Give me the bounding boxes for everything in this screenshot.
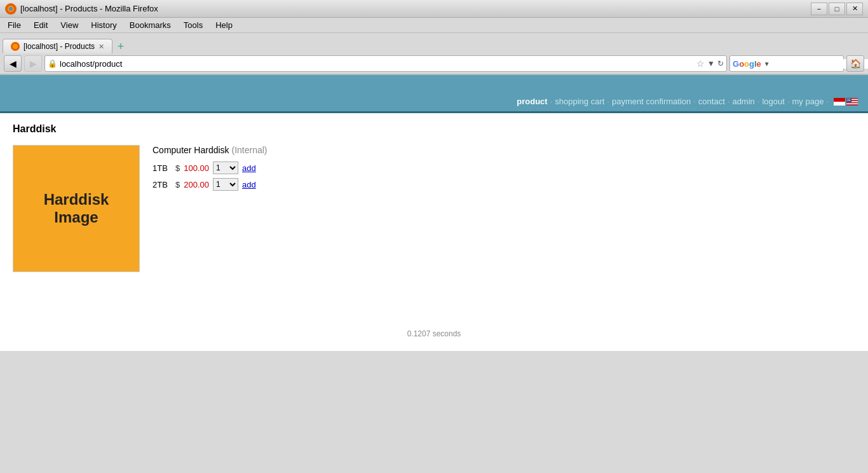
product-type-text: (Internal) (232, 145, 268, 155)
product-price-1tb: 100.00 (184, 163, 209, 173)
svg-rect-9 (846, 102, 858, 103)
flag-indonesia[interactable] (834, 98, 845, 106)
svg-point-17 (848, 99, 848, 100)
search-provider-dropdown[interactable]: ▼ (764, 60, 770, 67)
forward-button[interactable]: ▶ (24, 55, 42, 72)
menu-history[interactable]: History (86, 19, 121, 31)
titlebar-controls[interactable]: − □ ✕ (811, 3, 863, 15)
product-image: HarddiskImage (13, 145, 140, 272)
svg-point-19 (850, 99, 850, 100)
tab-products[interactable]: [localhost] - Products ✕ (3, 39, 112, 53)
menu-tools[interactable]: Tools (179, 19, 208, 31)
nav-link-product[interactable]: product (517, 97, 547, 106)
nav-link-payment-confirmation[interactable]: payment confirmation (612, 97, 691, 106)
nav-link-contact[interactable]: contact (698, 97, 725, 106)
product-name-text: Computer Harddisk (153, 145, 232, 155)
google-logo: Google (733, 59, 761, 69)
firefox-icon (5, 3, 17, 15)
menu-edit[interactable]: Edit (29, 19, 53, 31)
window-title: [localhost] - Products - Mozilla Firefox (20, 4, 158, 13)
tab-close-button[interactable]: ✕ (98, 43, 104, 51)
add-button-2tb[interactable]: add (242, 180, 256, 189)
nav-link-my-page[interactable]: my page (792, 97, 824, 106)
svg-point-14 (848, 98, 848, 99)
product-size-2tb: 2TB (153, 180, 172, 189)
svg-rect-11 (846, 104, 858, 106)
svg-point-4 (13, 44, 18, 49)
maximize-button[interactable]: □ (829, 3, 845, 15)
product-details: Computer Harddisk (Internal) 1TB $ 100.0… (153, 145, 268, 195)
product-qty-1tb[interactable]: 1 2 3 4 5 (213, 161, 238, 174)
product-row-2tb: 2TB $ 200.00 1 2 3 4 5 add (153, 178, 268, 191)
url-star-icon[interactable]: ☆ (696, 58, 705, 69)
section-title: Harddisk (13, 123, 855, 135)
url-dropdown-icon[interactable]: ▼ (707, 59, 715, 68)
titlebar: [localhost] - Products - Mozilla Firefox… (0, 0, 868, 18)
product-size-1tb: 1TB (153, 163, 172, 173)
product-currency-2tb: $ (175, 180, 180, 189)
url-input[interactable] (60, 59, 694, 69)
product-name: Computer Harddisk (Internal) (153, 145, 268, 155)
main-content: Harddisk HarddiskImage Computer Harddisk… (0, 113, 868, 317)
nav-link-admin[interactable]: admin (732, 97, 754, 106)
svg-point-21 (848, 100, 848, 100)
product-image-text: HarddiskImage (44, 191, 109, 226)
svg-point-16 (850, 98, 850, 99)
footer-time: 0.1207 seconds (407, 329, 461, 338)
tabbar: [localhost] - Products ✕ + (0, 33, 868, 53)
flag-usa[interactable] (846, 98, 858, 106)
svg-point-18 (848, 99, 849, 100)
menubar: File Edit View History Bookmarks Tools H… (0, 18, 868, 33)
footer: 0.1207 seconds (0, 317, 868, 351)
tab-label: [localhost] - Products (24, 42, 95, 51)
menu-file[interactable]: File (3, 19, 26, 31)
titlebar-left: [localhost] - Products - Mozilla Firefox (5, 3, 158, 15)
svg-point-23 (850, 100, 850, 100)
navbar: ◀ ▶ 🔒 ☆ ▼ ↻ Google ▼ 🔍 🏠 (0, 53, 868, 75)
tab-favicon (11, 42, 20, 51)
url-reload-icon[interactable]: ↻ (717, 59, 724, 68)
svg-point-2 (9, 7, 13, 11)
search-bar-container: Google ▼ 🔍 (729, 55, 844, 72)
svg-point-20 (847, 100, 848, 100)
menu-help[interactable]: Help (210, 19, 238, 31)
close-button[interactable]: ✕ (846, 3, 863, 15)
svg-point-15 (849, 98, 850, 99)
header-banner: product · shopping cart · payment confir… (0, 75, 868, 113)
nav-links: product · shopping cart · payment confir… (517, 97, 858, 106)
svg-point-22 (849, 100, 850, 100)
add-button-1tb[interactable]: add (242, 163, 256, 173)
menu-bookmarks[interactable]: Bookmarks (125, 19, 176, 31)
product-currency-1tb: $ (175, 163, 180, 173)
product-qty-2tb[interactable]: 1 2 3 4 5 (213, 178, 238, 191)
url-bar-container: 🔒 ☆ ▼ ↻ (44, 55, 727, 72)
svg-point-13 (847, 98, 848, 99)
page-wrapper: product · shopping cart · payment confir… (0, 75, 868, 351)
url-lock-icon: 🔒 (48, 59, 57, 68)
new-tab-button[interactable]: + (114, 39, 128, 53)
minimize-button[interactable]: − (811, 3, 827, 15)
product-container: HarddiskImage Computer Harddisk (Interna… (13, 145, 855, 272)
product-price-2tb: 200.00 (184, 180, 209, 189)
svg-rect-10 (846, 103, 858, 104)
product-row-1tb: 1TB $ 100.00 1 2 3 4 5 add (153, 161, 268, 174)
back-button[interactable]: ◀ (4, 55, 22, 72)
nav-link-logout[interactable]: logout (762, 97, 784, 106)
menu-view[interactable]: View (55, 19, 83, 31)
home-button[interactable]: 🏠 (846, 55, 864, 72)
nav-link-shopping-cart[interactable]: shopping cart (555, 97, 604, 106)
